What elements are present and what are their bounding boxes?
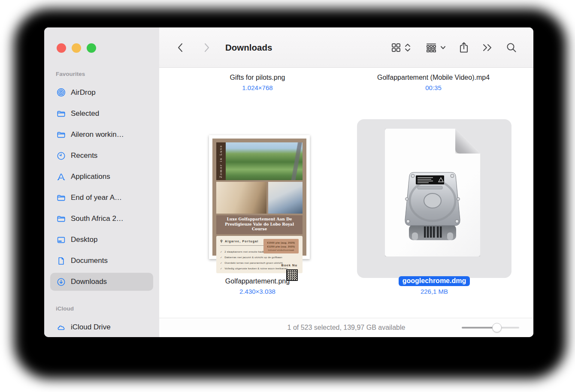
sidebar-item-label: South Africa 2…	[71, 214, 124, 223]
sidebar-item-south-africa[interactable]: South Africa 2…	[50, 210, 153, 228]
file-size: 226,1 MB	[356, 288, 512, 295]
file-golfappartement-png[interactable]: Golfappartement.png 2.430×3.038	[185, 277, 330, 295]
folder-icon	[56, 214, 66, 223]
sidebar-item-airdrop[interactable]: AirDrop	[50, 84, 153, 102]
sidebar-item-selected-folder[interactable]: Selected	[50, 105, 153, 123]
flyer-price-line: inclusief eindschoonmaak	[265, 249, 297, 252]
flyer-photo-livingroom	[216, 182, 266, 214]
flyer-photo-bedroom	[268, 182, 303, 214]
sidebar-item-label: iCloud Drive	[71, 323, 111, 332]
sidebar-item-label: Downloads	[71, 277, 107, 286]
sidebar-item-documents[interactable]: Documents	[50, 252, 153, 270]
file-grid: Gifts for pilots.png 1.024×768 Golfappar…	[159, 68, 533, 318]
sidebar-item-aileron-working[interactable]: Aileron workin…	[50, 126, 153, 144]
document-icon	[56, 256, 66, 265]
folder-icon	[56, 130, 66, 139]
file-name: Golfappartement (Mobile Video).mp4	[375, 73, 492, 82]
sidebar: Favourites AirDrop Selected Aileron work…	[44, 27, 159, 337]
desktop-icon	[56, 235, 66, 244]
file-golfappartement-video[interactable]: Golfappartement (Mobile Video).mp4 00:35	[375, 73, 492, 91]
airdrop-icon	[56, 88, 66, 97]
group-by-control[interactable]	[426, 43, 446, 52]
folder-icon	[56, 193, 66, 202]
sidebar-item-label: Selected	[71, 109, 99, 118]
main-area: Downloads	[159, 27, 533, 337]
check-icon: ✓	[220, 250, 222, 253]
file-dimensions: 1.024×768	[185, 84, 330, 91]
sidebar-item-label: Recents	[71, 151, 97, 160]
sidebar-item-label: Applications	[71, 172, 110, 181]
sidebar-item-label: Aileron workin…	[71, 130, 124, 139]
zoom-button[interactable]	[87, 43, 96, 53]
page-curl	[455, 129, 480, 154]
flyer-location: Algarve, Portugal	[225, 240, 258, 243]
sidebar-item-icloud-drive[interactable]: iCloud Drive	[50, 318, 153, 336]
search-icon	[506, 42, 517, 53]
check-icon: ✓	[220, 256, 222, 259]
clock-icon	[56, 151, 66, 160]
flyer-title: Luxe Golfappartement Aan De Prestigieuze…	[216, 215, 303, 234]
file-name: Golfappartement.png	[185, 277, 330, 286]
finder-window: Favourites AirDrop Selected Aileron work…	[44, 27, 533, 337]
check-icon: ✓	[220, 267, 222, 270]
location-pin-icon: ⚲	[220, 239, 223, 243]
status-bar: 1 of 523 selected, 139,97 GB available	[159, 318, 533, 337]
selected-file-name: googlechrome.dmg	[399, 276, 470, 286]
sidebar-item-recents[interactable]: Recents	[50, 147, 153, 165]
flyer-price-line: €1250 p/w (sep. 2025)	[265, 245, 297, 249]
file-gifts-for-pilots[interactable]: Gifts for pilots.png 1.024×768	[185, 73, 330, 91]
sidebar-item-applications[interactable]: Applications	[50, 168, 153, 186]
forward-button[interactable]	[202, 42, 212, 53]
check-icon: ✓	[220, 261, 222, 264]
sidebar-item-label: End of year A…	[71, 193, 122, 202]
file-dimensions: 2.430×3.038	[185, 288, 330, 295]
file-duration: 00:35	[375, 84, 492, 91]
sidebar-section-icloud: iCloud	[56, 305, 159, 314]
status-text: 1 of 523 selected, 139,97 GB available	[288, 324, 406, 332]
flyer-graphic: Zomer in Luxe Luxe Golfappartement Aan D…	[212, 139, 306, 256]
sidebar-item-label: Documents	[71, 256, 108, 265]
search-button[interactable]	[506, 42, 517, 53]
share-button[interactable]	[459, 42, 469, 54]
minimize-button[interactable]	[72, 43, 81, 53]
slider-thumb[interactable]	[492, 323, 502, 332]
file-name: Gifts for pilots.png	[185, 73, 330, 82]
file-googlechrome-dmg-label[interactable]: googlechrome.dmg 226,1 MB	[356, 276, 512, 295]
grid-view-icon	[391, 43, 401, 52]
back-button[interactable]	[176, 42, 185, 53]
sidebar-item-label: AirDrop	[71, 88, 96, 97]
sidebar-section-favourites: Favourites	[56, 71, 159, 79]
share-icon	[459, 42, 469, 54]
file-thumbnail-golfappartement[interactable]: Zomer in Luxe Luxe Golfappartement Aan D…	[209, 135, 310, 259]
icloud-icon	[56, 323, 66, 332]
icon-size-slider[interactable]	[462, 323, 519, 332]
window-title: Downloads	[225, 42, 272, 53]
flyer-photo-golfcourse	[226, 142, 303, 180]
traffic-lights	[57, 43, 96, 53]
flyer-info-panel: ⚲ Algarve, Portugal €1500 p/w (aug. 2025…	[216, 236, 303, 273]
flyer-book-now: Boek Nu	[281, 263, 297, 267]
folder-icon	[56, 109, 66, 118]
sidebar-item-end-of-year[interactable]: End of year A…	[50, 189, 153, 207]
close-button[interactable]	[57, 43, 66, 53]
more-toolbar-items-button[interactable]	[482, 43, 493, 52]
file-icon-googlechrome-dmg[interactable]	[385, 129, 480, 256]
applications-icon	[56, 172, 66, 181]
chevron-down-icon	[440, 45, 446, 50]
flyer-price-box: €1500 p/w (aug. 2025) €1250 p/w (sep. 20…	[263, 239, 299, 253]
flyer-feature: Overdekt terras met panoramisch groen ui…	[224, 262, 283, 264]
flyer-vertical-banner: Zomer in Luxe	[216, 142, 226, 180]
hard-drive-icon	[400, 170, 465, 244]
flyer-price-line: €1500 p/w (aug. 2025)	[265, 241, 297, 245]
downloads-icon	[56, 277, 66, 286]
sidebar-item-desktop[interactable]: Desktop	[50, 231, 153, 249]
sidebar-item-downloads[interactable]: Downloads	[50, 273, 153, 291]
group-by-icon	[426, 43, 436, 52]
chevron-up-down-icon	[405, 43, 411, 52]
sidebar-item-label: Desktop	[71, 235, 97, 244]
view-mode-control[interactable]	[391, 43, 411, 52]
toolbar: Downloads	[159, 27, 533, 68]
slider-fill	[462, 327, 497, 329]
flyer-feature: Dakterras met jacuzzi & uitzicht op de g…	[224, 256, 282, 259]
double-chevron-right-icon	[482, 43, 493, 52]
